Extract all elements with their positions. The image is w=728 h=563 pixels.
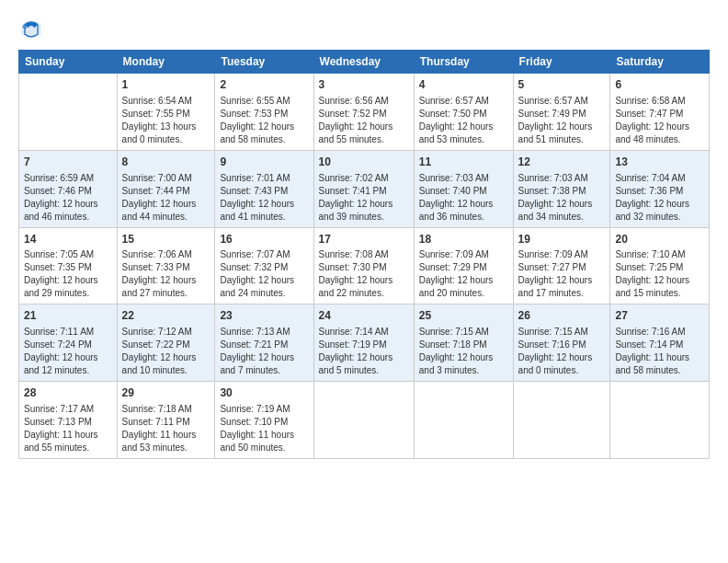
calendar-cell: 30Sunrise: 7:19 AM Sunset: 7:10 PM Dayli…	[215, 382, 313, 459]
day-info: Sunrise: 6:55 AM Sunset: 7:53 PM Dayligh…	[220, 96, 294, 144]
calendar-cell: 17Sunrise: 7:08 AM Sunset: 7:30 PM Dayli…	[313, 227, 414, 304]
day-info: Sunrise: 7:17 AM Sunset: 7:13 PM Dayligh…	[24, 404, 98, 453]
calendar-cell: 13Sunrise: 7:04 AM Sunset: 7:36 PM Dayli…	[610, 150, 710, 227]
day-number: 8	[122, 155, 210, 170]
calendar-cell: 20Sunrise: 7:10 AM Sunset: 7:25 PM Dayli…	[610, 227, 710, 304]
calendar-cell	[610, 382, 710, 459]
calendar-cell: 22Sunrise: 7:12 AM Sunset: 7:22 PM Dayli…	[117, 304, 215, 382]
calendar-cell	[513, 382, 610, 459]
day-info: Sunrise: 7:10 AM Sunset: 7:25 PM Dayligh…	[615, 249, 689, 298]
logo: G	[18, 17, 48, 42]
day-number: 20	[615, 232, 704, 247]
calendar-cell: 28Sunrise: 7:17 AM Sunset: 7:13 PM Dayli…	[19, 382, 118, 459]
day-number: 11	[419, 155, 508, 170]
calendar-week-1: 7Sunrise: 6:59 AM Sunset: 7:46 PM Daylig…	[19, 150, 710, 227]
day-info: Sunrise: 6:56 AM Sunset: 7:52 PM Dayligh…	[319, 96, 393, 144]
day-info: Sunrise: 7:05 AM Sunset: 7:35 PM Dayligh…	[24, 249, 98, 298]
page: G SundayMondayTuesdayWednesdayThursdayFr…	[0, 0, 728, 563]
calendar-table: SundayMondayTuesdayWednesdayThursdayFrid…	[18, 50, 710, 459]
day-info: Sunrise: 7:02 AM Sunset: 7:41 PM Dayligh…	[319, 173, 393, 222]
calendar-cell: 26Sunrise: 7:15 AM Sunset: 7:16 PM Dayli…	[513, 304, 610, 382]
calendar-cell	[19, 74, 118, 151]
day-info: Sunrise: 7:07 AM Sunset: 7:32 PM Dayligh…	[220, 249, 294, 298]
day-number: 2	[220, 77, 308, 93]
calendar-cell: 21Sunrise: 7:11 AM Sunset: 7:24 PM Dayli…	[19, 304, 118, 382]
day-info: Sunrise: 6:58 AM Sunset: 7:47 PM Dayligh…	[615, 96, 689, 144]
day-number: 16	[220, 232, 308, 247]
weekday-header-tuesday: Tuesday	[215, 51, 313, 74]
day-number: 10	[319, 155, 409, 170]
calendar-cell: 2Sunrise: 6:55 AM Sunset: 7:53 PM Daylig…	[215, 74, 313, 151]
calendar-cell: 9Sunrise: 7:01 AM Sunset: 7:43 PM Daylig…	[215, 150, 313, 227]
calendar-cell: 7Sunrise: 6:59 AM Sunset: 7:46 PM Daylig…	[19, 150, 118, 227]
day-info: Sunrise: 7:11 AM Sunset: 7:24 PM Dayligh…	[24, 327, 98, 375]
day-info: Sunrise: 7:01 AM Sunset: 7:43 PM Dayligh…	[220, 173, 294, 222]
weekday-header-sunday: Sunday	[19, 51, 118, 74]
day-number: 24	[319, 308, 409, 324]
calendar-cell: 23Sunrise: 7:13 AM Sunset: 7:21 PM Dayli…	[215, 304, 313, 382]
weekday-header-thursday: Thursday	[414, 51, 513, 74]
day-info: Sunrise: 7:13 AM Sunset: 7:21 PM Dayligh…	[220, 327, 294, 375]
weekday-header-saturday: Saturday	[610, 51, 710, 74]
day-info: Sunrise: 7:03 AM Sunset: 7:40 PM Dayligh…	[419, 173, 494, 222]
calendar-cell	[414, 382, 513, 459]
day-number: 3	[319, 77, 409, 93]
day-number: 23	[220, 308, 308, 324]
calendar-cell: 19Sunrise: 7:09 AM Sunset: 7:27 PM Dayli…	[513, 227, 610, 304]
calendar-cell: 1Sunrise: 6:54 AM Sunset: 7:55 PM Daylig…	[117, 74, 215, 151]
day-info: Sunrise: 7:15 AM Sunset: 7:16 PM Dayligh…	[518, 327, 593, 375]
weekday-header-monday: Monday	[117, 51, 215, 74]
day-info: Sunrise: 7:15 AM Sunset: 7:18 PM Dayligh…	[419, 327, 494, 375]
day-number: 27	[615, 308, 704, 324]
calendar-cell: 18Sunrise: 7:09 AM Sunset: 7:29 PM Dayli…	[414, 227, 513, 304]
calendar-week-3: 21Sunrise: 7:11 AM Sunset: 7:24 PM Dayli…	[19, 304, 710, 382]
day-info: Sunrise: 7:03 AM Sunset: 7:38 PM Dayligh…	[518, 173, 593, 222]
day-info: Sunrise: 7:06 AM Sunset: 7:33 PM Dayligh…	[122, 249, 197, 298]
day-number: 13	[615, 155, 704, 170]
day-number: 9	[220, 155, 308, 170]
calendar-cell: 11Sunrise: 7:03 AM Sunset: 7:40 PM Dayli…	[414, 150, 513, 227]
day-info: Sunrise: 6:57 AM Sunset: 7:49 PM Dayligh…	[518, 96, 593, 144]
calendar-cell: 29Sunrise: 7:18 AM Sunset: 7:11 PM Dayli…	[117, 382, 215, 459]
calendar-cell: 6Sunrise: 6:58 AM Sunset: 7:47 PM Daylig…	[610, 74, 710, 151]
calendar-cell: 5Sunrise: 6:57 AM Sunset: 7:49 PM Daylig…	[513, 74, 610, 151]
day-number: 15	[122, 232, 210, 247]
day-number: 25	[419, 308, 508, 324]
day-number: 5	[518, 77, 606, 93]
calendar-cell: 15Sunrise: 7:06 AM Sunset: 7:33 PM Dayli…	[117, 227, 215, 304]
day-number: 30	[220, 385, 308, 401]
calendar-cell: 10Sunrise: 7:02 AM Sunset: 7:41 PM Dayli…	[313, 150, 414, 227]
calendar-cell	[313, 382, 414, 459]
weekday-header-row: SundayMondayTuesdayWednesdayThursdayFrid…	[19, 51, 710, 74]
day-number: 18	[419, 232, 508, 247]
header: G	[18, 17, 710, 42]
day-info: Sunrise: 7:08 AM Sunset: 7:30 PM Dayligh…	[319, 249, 393, 298]
day-info: Sunrise: 6:57 AM Sunset: 7:50 PM Dayligh…	[419, 96, 494, 144]
day-number: 7	[24, 155, 112, 170]
day-number: 28	[24, 385, 112, 401]
day-number: 17	[319, 232, 409, 247]
day-info: Sunrise: 6:54 AM Sunset: 7:55 PM Dayligh…	[122, 96, 197, 144]
day-number: 6	[615, 77, 704, 93]
day-number: 29	[122, 385, 210, 401]
day-info: Sunrise: 7:00 AM Sunset: 7:44 PM Dayligh…	[122, 173, 197, 222]
day-number: 12	[518, 155, 606, 170]
calendar-cell: 3Sunrise: 6:56 AM Sunset: 7:52 PM Daylig…	[313, 74, 414, 151]
calendar-cell: 12Sunrise: 7:03 AM Sunset: 7:38 PM Dayli…	[513, 150, 610, 227]
calendar-week-4: 28Sunrise: 7:17 AM Sunset: 7:13 PM Dayli…	[19, 382, 710, 459]
weekday-header-friday: Friday	[513, 51, 610, 74]
calendar-cell: 16Sunrise: 7:07 AM Sunset: 7:32 PM Dayli…	[215, 227, 313, 304]
calendar-week-2: 14Sunrise: 7:05 AM Sunset: 7:35 PM Dayli…	[19, 227, 710, 304]
day-number: 26	[518, 308, 606, 324]
calendar-cell: 14Sunrise: 7:05 AM Sunset: 7:35 PM Dayli…	[19, 227, 118, 304]
day-number: 1	[122, 77, 210, 93]
calendar-cell: 24Sunrise: 7:14 AM Sunset: 7:19 PM Dayli…	[313, 304, 414, 382]
day-info: Sunrise: 7:09 AM Sunset: 7:29 PM Dayligh…	[419, 249, 494, 298]
weekday-header-wednesday: Wednesday	[313, 51, 414, 74]
logo-icon: G	[18, 17, 44, 42]
day-info: Sunrise: 7:19 AM Sunset: 7:10 PM Dayligh…	[220, 404, 294, 453]
day-number: 19	[518, 232, 606, 247]
day-info: Sunrise: 7:18 AM Sunset: 7:11 PM Dayligh…	[122, 404, 197, 453]
day-info: Sunrise: 6:59 AM Sunset: 7:46 PM Dayligh…	[24, 173, 98, 222]
day-number: 22	[122, 308, 210, 324]
